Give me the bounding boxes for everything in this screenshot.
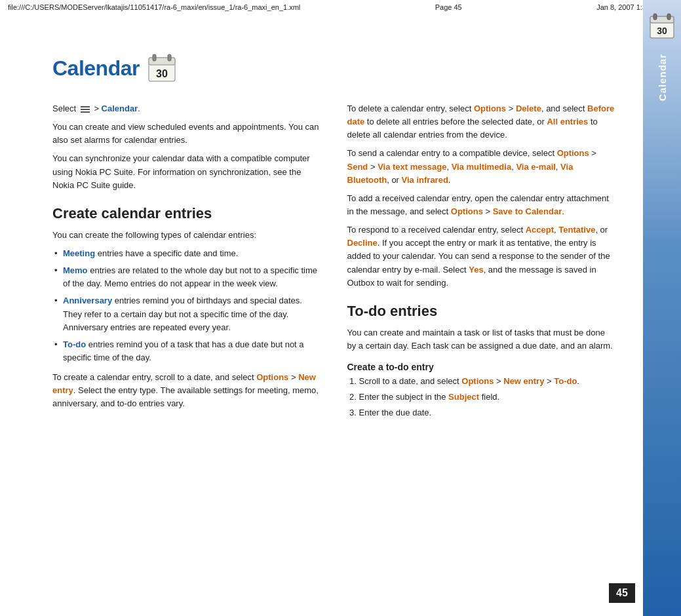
- todo-step-2: Enter the subject in the Subject field.: [359, 391, 616, 404]
- via-infrared-link: Via infrared: [402, 175, 448, 185]
- columns: Select > Calendar. You can create and vi…: [52, 102, 615, 425]
- left-column: Select > Calendar. You can create and vi…: [52, 102, 321, 425]
- page-title-section: Calendar 30: [52, 54, 615, 83]
- page-title: Calendar: [52, 56, 140, 81]
- options-link-5: Options: [461, 376, 494, 386]
- tentative-link: Tentative: [558, 225, 595, 235]
- todo-step-1: Scroll to a date, and select Options > N…: [359, 375, 616, 388]
- all-entries-link: All entries: [547, 117, 588, 126]
- meeting-link: Meeting: [63, 248, 95, 258]
- sidebar-label: Calendar: [657, 54, 668, 101]
- via-text-link: Via text message: [378, 162, 446, 172]
- todo-heading: To-do entries: [347, 303, 616, 320]
- intro-para2: You can synchronize your calendar data w…: [52, 152, 321, 191]
- page-label: Page 45: [435, 3, 462, 11]
- anniversary-item: Anniversary entries remind you of birthd…: [52, 294, 321, 334]
- filepath: file:///C:/USERS/MODEServer/lkatajis/110…: [8, 3, 300, 11]
- todo-link: To-do: [63, 339, 86, 349]
- create-calendar-heading: Create calendar entries: [52, 205, 321, 222]
- memo-link: Memo: [63, 265, 88, 275]
- menu-icon: [80, 104, 90, 115]
- svg-rect-3: [168, 54, 171, 61]
- entry-types-list: Meeting entries have a specific date and…: [52, 247, 321, 364]
- svg-rect-11: [667, 14, 671, 20]
- save-to-calendar-link: Save to Calendar: [493, 206, 562, 216]
- svg-rect-10: [653, 14, 657, 20]
- options-link-2: Options: [474, 104, 506, 113]
- yes-link: Yes: [469, 265, 483, 275]
- svg-text:30: 30: [657, 26, 667, 36]
- delete-link: Delete: [516, 104, 541, 113]
- new-entry-link-2: New entry: [503, 376, 544, 386]
- todo-intro: You can create and maintain a task or li…: [347, 326, 616, 353]
- calendar-icon-large: 30: [147, 54, 176, 83]
- svg-rect-7: [81, 111, 90, 113]
- content-area: Calendar 30 Select > Calendar.: [0, 14, 642, 616]
- todo-step-3: Enter the due date.: [359, 406, 616, 419]
- todo-type-link: To-do: [554, 376, 577, 386]
- options-link-1: Options: [256, 372, 288, 382]
- via-email-link: Via e-mail: [516, 162, 555, 172]
- create-calendar-intro: You can create the following types of ca…: [52, 229, 321, 242]
- meeting-item: Meeting entries have a specific date and…: [52, 247, 321, 260]
- todo-item: To-do entries remind you of a task that …: [52, 338, 321, 364]
- svg-rect-5: [81, 106, 90, 107]
- create-entry-para: To create a calendar entry, scroll to a …: [52, 371, 321, 410]
- intro-para1: You can create and view scheduled events…: [52, 121, 321, 147]
- delete-para: To delete a calendar entry, select Optio…: [347, 102, 616, 142]
- sidebar-calendar-icon: 30: [649, 13, 675, 39]
- svg-rect-6: [81, 109, 90, 110]
- create-todo-heading: Create a to-do entry: [347, 362, 616, 372]
- todo-steps: Scroll to a date, and select Options > N…: [359, 375, 616, 419]
- subject-link: Subject: [448, 392, 479, 402]
- anniversary-link: Anniversary: [63, 296, 112, 305]
- memo-item: Memo entries are related to the whole da…: [52, 264, 321, 290]
- svg-text:30: 30: [156, 68, 168, 79]
- intro-select-para: Select > Calendar.: [52, 102, 321, 115]
- via-multimedia-link: Via multimedia: [452, 162, 512, 172]
- page-number-box: 45: [609, 583, 635, 603]
- options-link-3: Options: [557, 148, 589, 158]
- send-para: To send a calendar entry to a compatible…: [347, 147, 616, 186]
- right-column: To delete a calendar entry, select Optio…: [347, 102, 616, 425]
- top-bar: file:///C:/USERS/MODEServer/lkatajis/110…: [0, 0, 681, 14]
- add-received-para: To add a received calendar entry, open t…: [347, 192, 616, 218]
- send-link: Send: [347, 162, 368, 172]
- options-link-4: Options: [451, 206, 483, 216]
- sidebar-tab: 30 Calendar: [643, 0, 681, 616]
- decline-link: Decline: [347, 238, 378, 248]
- respond-para: To respond to a received calendar entry,…: [347, 223, 616, 290]
- accept-link: Accept: [526, 225, 554, 235]
- svg-rect-2: [153, 54, 156, 61]
